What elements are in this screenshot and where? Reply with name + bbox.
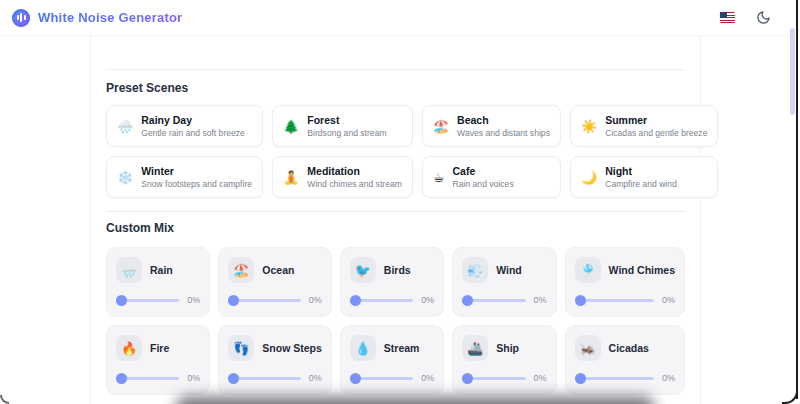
sound-card-snow-steps: 👣 Snow Steps 0% bbox=[218, 325, 332, 395]
slider-thumb[interactable] bbox=[575, 295, 586, 306]
beach-icon: 🏖️ bbox=[433, 120, 449, 133]
preset-card-night[interactable]: 🌙 Night Campfire and wind bbox=[570, 156, 718, 198]
cicadas-volume-slider[interactable] bbox=[575, 372, 654, 384]
slider-track[interactable] bbox=[228, 377, 301, 380]
preset-description: Gentle rain and soft breeze bbox=[141, 128, 245, 139]
preset-card-cafe[interactable]: ☕ Cafe Rain and voices bbox=[422, 156, 561, 198]
sound-name: Stream bbox=[384, 342, 420, 354]
sound-name: Birds bbox=[384, 264, 411, 276]
sun-icon: ☀️ bbox=[581, 120, 597, 133]
preset-card-winter[interactable]: ❄️ Winter Snow footsteps and campfire bbox=[106, 156, 263, 198]
slider-thumb[interactable] bbox=[228, 295, 239, 306]
sound-grid: 🌧️ Rain 0% 🏖️ Ocean 0% bbox=[106, 247, 685, 395]
ship-volume-slider[interactable] bbox=[462, 372, 525, 384]
volume-value: 0% bbox=[187, 373, 200, 383]
preset-scenes-title: Preset Scenes bbox=[106, 81, 685, 95]
preset-card-beach[interactable]: 🏖️ Beach Waves and distant ships bbox=[422, 105, 561, 147]
birds-volume-slider[interactable] bbox=[350, 294, 413, 306]
crescent-moon-icon: 🌙 bbox=[581, 171, 597, 184]
volume-value: 0% bbox=[662, 295, 675, 305]
preset-name: Forest bbox=[307, 113, 386, 127]
volume-value: 0% bbox=[421, 295, 434, 305]
wind-chimes-volume-slider[interactable] bbox=[575, 294, 654, 306]
sound-name: Ocean bbox=[262, 264, 294, 276]
preset-card-rainy-day[interactable]: 🌧️ Rainy Day Gentle rain and soft breeze bbox=[106, 105, 263, 147]
preset-name: Summer bbox=[605, 113, 707, 127]
app-title: White Noise Generator bbox=[38, 10, 182, 25]
ship-icon: 🚢 bbox=[462, 335, 488, 361]
slider-thumb[interactable] bbox=[116, 373, 127, 384]
slider-track[interactable] bbox=[228, 299, 301, 302]
preset-name: Meditation bbox=[307, 164, 402, 178]
preset-description: Wind chimes and stream bbox=[307, 179, 402, 190]
sound-name: Fire bbox=[150, 342, 169, 354]
main-content: Preset Scenes 🌧️ Rainy Day Gentle rain a… bbox=[90, 36, 701, 404]
footprints-icon: 👣 bbox=[228, 335, 254, 361]
custom-mix-title: Custom Mix bbox=[106, 221, 685, 235]
sound-name: Rain bbox=[150, 264, 173, 276]
preset-grid: 🌧️ Rainy Day Gentle rain and soft breeze… bbox=[106, 105, 685, 198]
slider-track[interactable] bbox=[575, 377, 654, 380]
droplet-icon: 💧 bbox=[350, 335, 376, 361]
ocean-icon: 🏖️ bbox=[228, 257, 254, 283]
sound-name: Cicadas bbox=[609, 342, 649, 354]
volume-value: 0% bbox=[187, 295, 200, 305]
sound-card-fire: 🔥 Fire 0% bbox=[106, 325, 210, 395]
slider-thumb[interactable] bbox=[575, 373, 586, 384]
sound-card-birds: 🐦 Birds 0% bbox=[340, 247, 444, 317]
volume-value: 0% bbox=[309, 295, 322, 305]
sound-card-rain: 🌧️ Rain 0% bbox=[106, 247, 210, 317]
volume-value: 0% bbox=[534, 295, 547, 305]
sound-name: Snow Steps bbox=[262, 342, 322, 354]
preset-description: Birdsong and stream bbox=[307, 128, 386, 139]
sound-card-wind: 💨 Wind 0% bbox=[452, 247, 556, 317]
sound-name: Wind Chimes bbox=[609, 264, 675, 276]
preset-name: Beach bbox=[457, 113, 550, 127]
window-corner-bottom-right bbox=[782, 388, 798, 404]
ocean-volume-slider[interactable] bbox=[228, 294, 301, 306]
fire-volume-slider[interactable] bbox=[116, 372, 179, 384]
app-header: White Noise Generator bbox=[0, 0, 800, 36]
tree-icon: 🌲 bbox=[283, 120, 299, 133]
stream-volume-slider[interactable] bbox=[350, 372, 413, 384]
language-flag-icon[interactable] bbox=[720, 12, 735, 23]
sound-card-cicadas: 🦗 Cicadas 0% bbox=[565, 325, 685, 395]
wind-volume-slider[interactable] bbox=[462, 294, 525, 306]
rain-cloud-icon: 🌧️ bbox=[117, 120, 133, 133]
slider-thumb[interactable] bbox=[350, 295, 361, 306]
slider-track[interactable] bbox=[575, 299, 654, 302]
slider-thumb[interactable] bbox=[462, 295, 473, 306]
preset-description: Cicadas and gentle breeze bbox=[605, 128, 707, 139]
preset-card-summer[interactable]: ☀️ Summer Cicadas and gentle breeze bbox=[570, 105, 718, 147]
preset-scenes-section: Preset Scenes 🌧️ Rainy Day Gentle rain a… bbox=[106, 69, 685, 198]
slider-thumb[interactable] bbox=[116, 295, 127, 306]
rain-icon: 🌧️ bbox=[116, 257, 142, 283]
volume-value: 0% bbox=[309, 373, 322, 383]
preset-description: Rain and voices bbox=[453, 179, 514, 190]
slider-thumb[interactable] bbox=[228, 373, 239, 384]
preset-card-meditation[interactable]: 🧘 Meditation Wind chimes and stream bbox=[272, 156, 413, 198]
preset-description: Campfire and wind bbox=[605, 179, 677, 190]
player-bar-shadow bbox=[175, 396, 655, 404]
theme-toggle-button[interactable] bbox=[754, 9, 772, 27]
preset-name: Rainy Day bbox=[141, 113, 245, 127]
preset-card-forest[interactable]: 🌲 Forest Birdsong and stream bbox=[272, 105, 413, 147]
scrollbar-thumb[interactable] bbox=[790, 28, 795, 115]
sound-name: Ship bbox=[496, 342, 519, 354]
volume-value: 0% bbox=[421, 373, 434, 383]
window-right-edge bbox=[796, 0, 798, 399]
app-logo-icon bbox=[12, 9, 30, 27]
snow-steps-volume-slider[interactable] bbox=[228, 372, 301, 384]
window-corner-bottom-left bbox=[0, 395, 9, 404]
cicada-icon: 🦗 bbox=[575, 335, 601, 361]
rain-volume-slider[interactable] bbox=[116, 294, 179, 306]
wind-chimes-icon: 🎐 bbox=[575, 257, 601, 283]
sound-card-stream: 💧 Stream 0% bbox=[340, 325, 444, 395]
fire-icon: 🔥 bbox=[116, 335, 142, 361]
snowflake-icon: ❄️ bbox=[117, 171, 133, 184]
slider-thumb[interactable] bbox=[462, 373, 473, 384]
moon-icon bbox=[756, 10, 771, 25]
volume-value: 0% bbox=[662, 373, 675, 383]
preset-name: Winter bbox=[141, 164, 252, 178]
slider-thumb[interactable] bbox=[350, 373, 361, 384]
